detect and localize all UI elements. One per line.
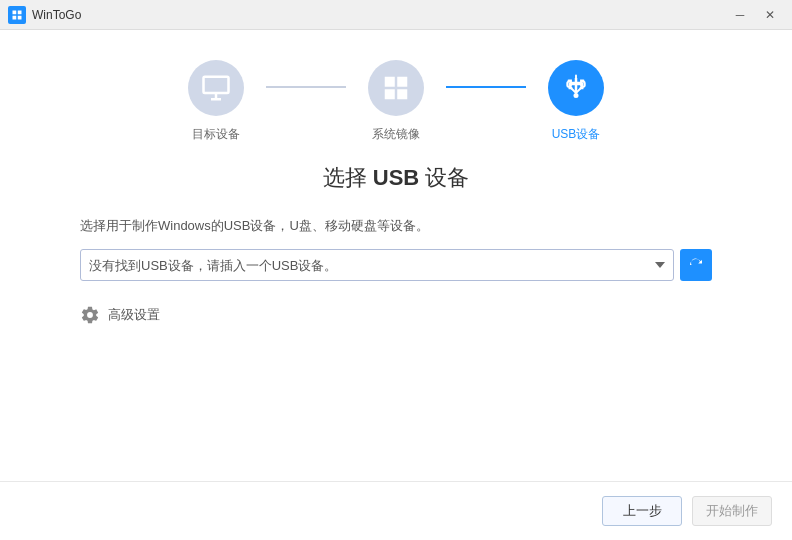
refresh-icon [687, 256, 705, 274]
step-1-circle [188, 60, 244, 116]
step-line-1 [266, 86, 346, 88]
step-target-device: 目标设备 [166, 60, 266, 143]
svg-rect-8 [397, 77, 407, 87]
step-3-label: USB设备 [552, 126, 601, 143]
app-icon [8, 6, 26, 24]
svg-point-11 [574, 93, 579, 98]
close-button[interactable]: ✕ [756, 4, 784, 26]
advanced-label: 高级设置 [108, 306, 160, 324]
step-2-circle [368, 60, 424, 116]
svg-rect-4 [204, 77, 229, 93]
svg-rect-7 [385, 77, 395, 87]
usb-select-row: 没有找到USB设备，请插入一个USB设备。 [80, 249, 712, 281]
svg-rect-10 [397, 89, 407, 99]
app-title: WinToGo [32, 8, 726, 22]
description-text: 选择用于制作Windows的USB设备，U盘、移动硬盘等设备。 [80, 217, 712, 235]
content-area: 选择 USB 设备 选择用于制作Windows的USB设备，U盘、移动硬盘等设备… [0, 163, 792, 481]
minimize-button[interactable]: ─ [726, 4, 754, 26]
steps-area: 目标设备 系统镜像 [0, 30, 792, 163]
advanced-settings-row[interactable]: 高级设置 [80, 305, 712, 325]
svg-rect-2 [13, 15, 17, 19]
main-content: 目标设备 系统镜像 [0, 30, 792, 481]
svg-rect-3 [18, 15, 22, 19]
title-highlight: USB [373, 165, 419, 190]
usb-dropdown[interactable]: 没有找到USB设备，请插入一个USB设备。 [80, 249, 674, 281]
titlebar: WinToGo ─ ✕ [0, 0, 792, 30]
step-system-image: 系统镜像 [346, 60, 446, 143]
svg-rect-9 [385, 89, 395, 99]
title-suffix: 设备 [419, 165, 469, 190]
svg-rect-17 [580, 87, 584, 90]
window-controls: ─ ✕ [726, 4, 784, 26]
step-2-label: 系统镜像 [372, 126, 420, 143]
gear-icon [80, 305, 100, 325]
svg-rect-0 [13, 10, 17, 14]
back-button[interactable]: 上一步 [602, 496, 682, 526]
step-usb-device: USB设备 [526, 60, 626, 143]
step-3-circle [548, 60, 604, 116]
footer: 上一步 开始制作 [0, 481, 792, 540]
svg-rect-1 [18, 10, 22, 14]
svg-rect-16 [569, 87, 573, 90]
title-prefix: 选择 [323, 165, 373, 190]
step-1-label: 目标设备 [192, 126, 240, 143]
step-line-2 [446, 86, 526, 88]
refresh-button[interactable] [680, 249, 712, 281]
page-title: 选择 USB 设备 [80, 163, 712, 193]
steps-container: 目标设备 系统镜像 [166, 60, 626, 143]
start-button[interactable]: 开始制作 [692, 496, 772, 526]
